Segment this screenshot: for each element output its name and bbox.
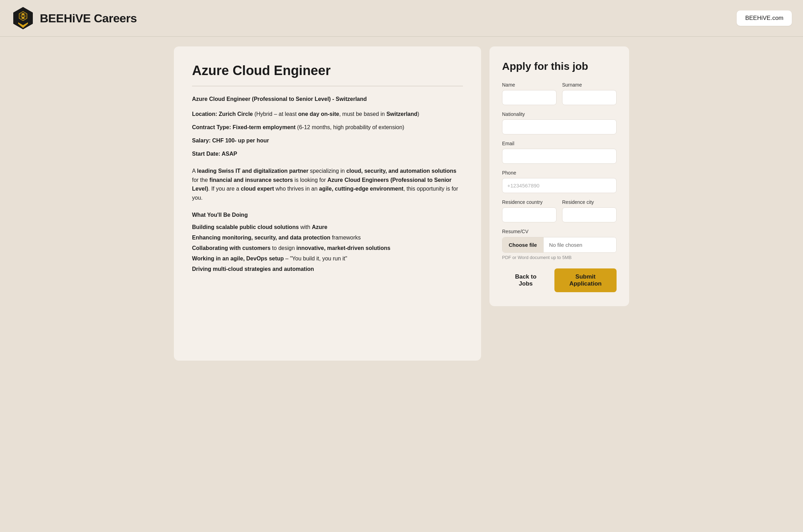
what-doing-heading: What You'll Be Doing bbox=[192, 212, 463, 218]
resume-section: Resume/CV Choose file No file chosen PDF… bbox=[502, 229, 617, 260]
name-group: Name bbox=[502, 82, 557, 105]
list-item: Working in an agile, DevOps setup – "You… bbox=[192, 254, 463, 263]
residence-row: Residence country Residence city bbox=[502, 199, 617, 222]
residence-country-group: Residence country bbox=[502, 199, 557, 222]
phone-input[interactable] bbox=[502, 178, 617, 193]
logo-area: BEEHiVE Careers bbox=[11, 6, 137, 30]
file-name-display: No file chosen bbox=[544, 237, 616, 252]
beehive-logo-icon bbox=[11, 6, 35, 30]
residence-city-label: Residence city bbox=[562, 199, 617, 205]
job-description-panel: Azure Cloud Engineer Azure Cloud Enginee… bbox=[174, 46, 481, 361]
submit-application-button[interactable]: Submit Application bbox=[554, 268, 617, 292]
name-surname-row: Name Surname bbox=[502, 82, 617, 105]
svg-point-7 bbox=[21, 16, 22, 18]
job-subtitle: Azure Cloud Engineer (Professional to Se… bbox=[192, 96, 463, 102]
svg-point-5 bbox=[21, 14, 22, 16]
nationality-label: Nationality bbox=[502, 111, 617, 117]
form-actions: Back to Jobs Submit Application bbox=[502, 268, 617, 292]
list-item: Collaborating with customers to design i… bbox=[192, 244, 463, 252]
name-input[interactable] bbox=[502, 90, 557, 105]
list-item: Building scalable public cloud solutions… bbox=[192, 223, 463, 231]
phone-group: Phone bbox=[502, 170, 617, 193]
email-group: Email bbox=[502, 141, 617, 164]
email-label: Email bbox=[502, 141, 617, 146]
name-label: Name bbox=[502, 82, 557, 88]
list-item: Driving multi-cloud strategies and autom… bbox=[192, 265, 463, 273]
residence-city-input[interactable] bbox=[562, 207, 617, 222]
residence-country-label: Residence country bbox=[502, 199, 557, 205]
residence-country-input[interactable] bbox=[502, 207, 557, 222]
title-divider bbox=[192, 86, 463, 86]
svg-point-6 bbox=[24, 14, 25, 16]
nationality-input[interactable] bbox=[502, 119, 617, 134]
choose-file-button[interactable]: Choose file bbox=[502, 237, 544, 252]
surname-group: Surname bbox=[562, 82, 617, 105]
svg-point-4 bbox=[22, 15, 24, 17]
list-item: Enhancing monitoring, security, and data… bbox=[192, 234, 463, 242]
svg-point-8 bbox=[24, 16, 25, 18]
page-body: Azure Cloud Engineer Azure Cloud Enginee… bbox=[164, 37, 639, 370]
phone-label: Phone bbox=[502, 170, 617, 176]
file-hint-text: PDF or Word document up to 5MB bbox=[502, 255, 617, 260]
file-upload-row: Choose file No file chosen bbox=[502, 237, 617, 253]
job-title: Azure Cloud Engineer bbox=[192, 63, 463, 78]
doing-list: Building scalable public cloud solutions… bbox=[192, 223, 463, 273]
form-title: Apply for this job bbox=[502, 60, 617, 72]
job-start-date: Start Date: ASAP bbox=[192, 150, 463, 158]
application-form-panel: Apply for this job Name Surname National… bbox=[489, 46, 629, 306]
site-header: BEEHiVE Careers BEEHiVE.com bbox=[0, 0, 803, 37]
logo-title: BEEHiVE Careers bbox=[40, 12, 137, 25]
resume-label: Resume/CV bbox=[502, 229, 617, 234]
job-contract: Contract Type: Fixed-term employment (6-… bbox=[192, 123, 463, 132]
email-input[interactable] bbox=[502, 149, 617, 164]
nationality-group: Nationality bbox=[502, 111, 617, 134]
surname-input[interactable] bbox=[562, 90, 617, 105]
back-to-jobs-button[interactable]: Back to Jobs bbox=[502, 268, 550, 292]
job-intro-paragraph: A leading Swiss IT and digitalization pa… bbox=[192, 167, 463, 202]
surname-label: Surname bbox=[562, 82, 617, 88]
job-location: Location: Zurich Circle (Hybrid – at lea… bbox=[192, 110, 463, 118]
site-link-button[interactable]: BEEHiVE.com bbox=[737, 10, 792, 26]
residence-city-group: Residence city bbox=[562, 199, 617, 222]
job-salary: Salary: CHF 100- up per hour bbox=[192, 136, 463, 145]
